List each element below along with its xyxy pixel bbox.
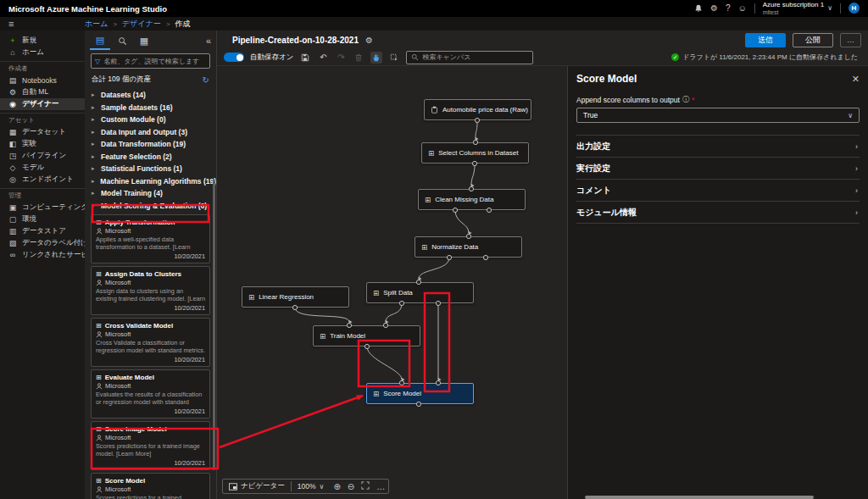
- pipeline-edge[interactable]: [419, 258, 449, 279]
- zoom-in-icon[interactable]: ⊕: [330, 482, 343, 491]
- pipeline-node[interactable]: ⊞Split Data: [366, 282, 474, 303]
- subscription-selector[interactable]: Azure subscription 1 mltest ∨: [763, 2, 832, 15]
- help-icon[interactable]: ?: [726, 4, 731, 13]
- sidebar-section-header: 作成者: [0, 61, 85, 75]
- module-card[interactable]: ⊞Cross Validate ModelMicrosoftCross Vali…: [91, 318, 210, 367]
- breadcrumb-designer[interactable]: デザイナー: [122, 19, 161, 30]
- tab-modules-icon[interactable]: ▤: [90, 31, 110, 50]
- module-category-row[interactable]: ▸Data Transformation (19): [85, 138, 216, 151]
- publish-button[interactable]: 公開: [793, 33, 833, 47]
- module-card[interactable]: ⊞Evaluate ModelMicrosoftEvaluates the re…: [91, 369, 210, 419]
- notebook-icon: ▤: [8, 76, 17, 85]
- sidebar-item-models[interactable]: ◇モデル: [0, 162, 85, 174]
- pipeline-node[interactable]: ⊞Select Columns in Dataset: [421, 142, 529, 164]
- person-icon: [96, 228, 103, 235]
- module-card[interactable]: ⊞Score Image ModelMicrosoftScores predic…: [91, 421, 210, 470]
- sidebar-item-datastores[interactable]: ▥データストア: [0, 225, 85, 237]
- sidebar-item-label: 自動 ML: [22, 87, 48, 97]
- select-tool-icon[interactable]: [388, 52, 400, 64]
- info-icon[interactable]: ⓘ: [682, 95, 689, 104]
- pipeline-edge[interactable]: [367, 347, 402, 380]
- sidebar-item-environments[interactable]: ▢環境: [0, 213, 85, 225]
- pipeline-node[interactable]: Automobile price data (Raw): [424, 99, 531, 120]
- navigator-button[interactable]: ナビゲーター: [223, 480, 291, 493]
- linked-icon: ∞: [8, 251, 17, 259]
- zoom-out-icon[interactable]: ⊖: [344, 482, 358, 491]
- delete-trash-icon[interactable]: [353, 52, 364, 64]
- undo-icon[interactable]: ↶: [317, 52, 329, 64]
- module-category-row[interactable]: ▸Custom Module (0): [85, 114, 216, 126]
- accordion-section-label: モジュール情報: [576, 207, 637, 219]
- module-category-row[interactable]: ▾Model Scoring & Evaluation (6): [85, 200, 216, 213]
- autosave-toggle[interactable]: [224, 53, 244, 62]
- sidebar-item-new[interactable]: +新規: [0, 35, 85, 47]
- module-card[interactable]: ⊞Apply TransformationMicrosoftApplies a …: [91, 214, 210, 263]
- sidebar-item-notebooks[interactable]: ▤Notebooks: [0, 75, 85, 86]
- module-category-row[interactable]: ▸Sample datasets (16): [85, 102, 216, 114]
- redo-icon[interactable]: ↷: [335, 52, 347, 64]
- module-card[interactable]: ⊞Score ModelMicrosoftScores predictions …: [91, 473, 210, 499]
- pipeline-node[interactable]: ⊞Normalize Data: [415, 236, 522, 258]
- sidebar-item-data-labeling[interactable]: ▧データのラベル付け: [0, 237, 85, 249]
- sidebar-item-pipelines[interactable]: ◳パイプライン: [0, 150, 85, 162]
- hamburger-menu-icon[interactable]: ≡: [0, 19, 85, 29]
- sidebar-item-compute[interactable]: ▣コンピューティング: [0, 202, 85, 213]
- refresh-icon[interactable]: ↻: [203, 75, 209, 85]
- sidebar-item-automated-ml[interactable]: ⚙自動 ML: [0, 86, 85, 98]
- tab-search-icon[interactable]: [112, 31, 132, 50]
- pipeline-edge[interactable]: [476, 120, 477, 139]
- sidebar-item-designer[interactable]: ◉デザイナー: [0, 98, 85, 110]
- module-category-row[interactable]: ▸Data Input and Output (3): [85, 126, 216, 139]
- pipeline-settings-gear-icon[interactable]: ⚙: [365, 36, 373, 45]
- zoom-level-dropdown[interactable]: 100% ∨: [292, 480, 331, 493]
- palette-scrollbar[interactable]: [213, 180, 215, 470]
- navigator-more-icon[interactable]: …: [373, 482, 388, 491]
- accordion-section-row[interactable]: 出力設定›: [576, 136, 860, 158]
- sidebar-item-datasets[interactable]: ▦データセット: [0, 126, 85, 138]
- module-card[interactable]: ⊞Assign Data to ClustersMicrosoftAssign …: [91, 266, 210, 315]
- accordion-section-row[interactable]: 実行設定›: [576, 158, 860, 180]
- sidebar-item-linked-services[interactable]: ∞リンクされたサービス: [0, 249, 85, 261]
- submit-button[interactable]: 送信: [745, 33, 786, 47]
- module-category-row[interactable]: ▸Datasets (14): [85, 89, 216, 102]
- category-label: Statistical Functions (1): [101, 164, 182, 173]
- feedback-smiley-icon[interactable]: ☺: [737, 4, 746, 13]
- pipeline-edge[interactable]: [471, 164, 475, 186]
- pipeline-node[interactable]: ⊞Train Model: [313, 325, 420, 347]
- accordion-section-row[interactable]: モジュール情報›: [576, 202, 860, 224]
- close-icon[interactable]: ✕: [852, 74, 860, 85]
- pipeline-node[interactable]: ⊞Score Model: [366, 383, 474, 404]
- palette-search-input[interactable]: [103, 58, 206, 65]
- pipeline-node[interactable]: ⊞Clean Missing Data: [418, 189, 526, 210]
- person-icon: [96, 331, 103, 338]
- save-icon[interactable]: [299, 52, 311, 64]
- fit-to-screen-icon[interactable]: [358, 481, 373, 491]
- pipeline-edge[interactable]: [455, 210, 469, 233]
- sidebar-item-endpoints[interactable]: ◎エンドポイント: [0, 174, 85, 186]
- pipeline-edge[interactable]: [295, 308, 349, 322]
- module-category-row[interactable]: ▸Model Training (4): [85, 187, 216, 200]
- module-category-row[interactable]: ▸Statistical Functions (1): [85, 163, 216, 175]
- settings-gear-icon[interactable]: ⚙: [710, 4, 718, 13]
- sidebar-item-experiments[interactable]: ◧実験: [0, 138, 85, 150]
- module-category-row[interactable]: ▸Machine Learning Algorithms (19): [85, 175, 216, 188]
- breadcrumb-home[interactable]: ホーム: [85, 19, 108, 30]
- canvas-search-input[interactable]: [422, 53, 528, 61]
- sidebar-item-home[interactable]: ⌂ホーム: [0, 47, 85, 58]
- accordion-section-row[interactable]: コメント›: [576, 180, 860, 202]
- accordion-section-label: コメント: [576, 185, 611, 197]
- app-window: Microsoft Azure Machine Learning Studio …: [0, 0, 868, 499]
- pan-hand-tool-icon[interactable]: [370, 52, 382, 64]
- avatar[interactable]: H: [849, 3, 860, 14]
- more-options-button[interactable]: …: [840, 33, 861, 47]
- module-category-row[interactable]: ▸Feature Selection (2): [85, 151, 216, 164]
- pipeline-edge[interactable]: [386, 303, 402, 322]
- append-score-columns-dropdown[interactable]: True ∨: [576, 108, 860, 123]
- tab-data-icon[interactable]: ▦: [134, 31, 154, 50]
- horizontal-scrollbar[interactable]: [585, 496, 814, 499]
- pipeline-node[interactable]: ⊞Linear Regression: [242, 286, 349, 308]
- notifications-bell-icon[interactable]: [694, 4, 703, 13]
- pipeline-canvas[interactable]: ナビゲーター 100% ∨ ⊕ ⊖ … Auto: [217, 66, 567, 499]
- module-description: Scores predictions for a trained image m…: [96, 442, 205, 458]
- collapse-panel-icon[interactable]: «: [206, 36, 211, 46]
